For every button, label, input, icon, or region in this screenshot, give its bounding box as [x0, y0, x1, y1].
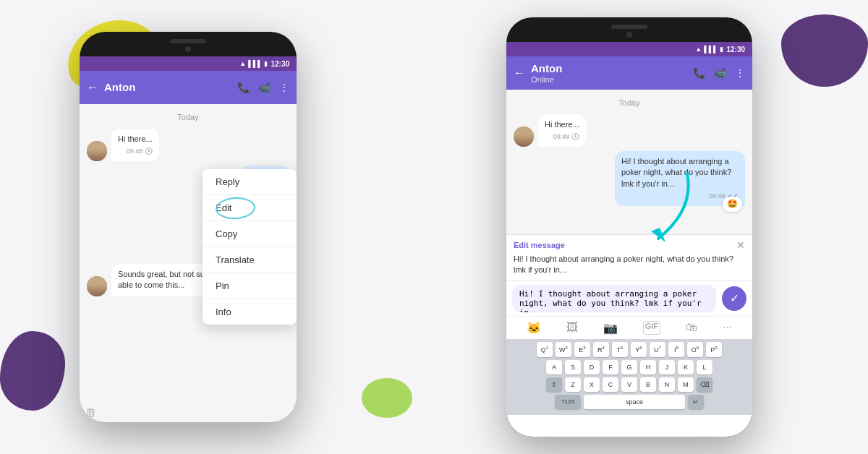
key-c[interactable]: C	[603, 377, 618, 392]
teal-arrow	[629, 166, 702, 253]
key-enter[interactable]: ↵	[688, 395, 704, 409]
front-msg1-time: 09:48 🕓	[545, 132, 579, 142]
back-contact-info: Anton	[104, 81, 237, 94]
key-backspace[interactable]: ⌫	[697, 377, 712, 392]
key-r[interactable]: R4	[593, 342, 609, 357]
front-status-bar: ▲ ▌▌▌ ▮ 12:30	[506, 42, 752, 56]
more-icons[interactable]: ···	[723, 321, 732, 335]
front-bubble-1: Hi there... 09:48 🕓	[538, 114, 586, 147]
key-u[interactable]: U7	[650, 342, 665, 357]
front-avatar-face-1	[514, 127, 534, 147]
front-back-btn[interactable]: ←	[514, 67, 525, 80]
edit-panel-close-btn[interactable]: ✕	[736, 239, 745, 251]
key-j[interactable]: J	[659, 360, 675, 374]
key-space[interactable]: space	[584, 395, 685, 409]
key-f[interactable]: F	[603, 360, 618, 374]
front-contact-name: Anton	[531, 62, 693, 75]
context-menu-edit[interactable]: Edit	[203, 195, 297, 221]
key-t[interactable]: T5	[612, 342, 628, 357]
key-p[interactable]: P0	[706, 342, 722, 357]
bg-blob-purple-right	[781, 14, 868, 87]
front-icon-bar: 🐱 🖼 📷 GIF 🛍 ···	[506, 316, 752, 339]
key-a[interactable]: A	[546, 360, 562, 374]
back-status-bar: ▲ ▌▌▌ ▮ 12:30	[80, 56, 297, 71]
key-b[interactable]: B	[640, 377, 656, 392]
front-wifi-icon: ▲	[695, 46, 702, 53]
phone-speaker-back	[170, 39, 206, 43]
context-menu-info[interactable]: Info	[203, 299, 297, 325]
edit-panel-text: Hi! I thought about arranging a poker ni…	[514, 254, 745, 276]
key-d[interactable]: D	[584, 360, 600, 374]
key-y[interactable]: Y6	[631, 342, 647, 357]
context-menu: Reply Edit Copy Translate Pin Info	[203, 169, 297, 325]
front-date-divider: Today	[514, 98, 745, 107]
front-call-icon[interactable]: 📞	[693, 67, 705, 79]
back-avatar-face-3	[87, 276, 107, 296]
key-q[interactable]: Q1	[537, 342, 553, 357]
phone-camera-front	[626, 32, 632, 38]
delete-icon[interactable]: 🗑	[85, 406, 97, 419]
context-menu-copy[interactable]: Copy	[203, 221, 297, 247]
context-menu-pin[interactable]: Pin	[203, 273, 297, 299]
back-btn[interactable]: ←	[87, 81, 98, 94]
key-numbers[interactable]: ?123	[555, 395, 581, 409]
scene: ▲ ▌▌▌ ▮ 12:30 ← Anton 📞 📹 ⋮	[0, 0, 868, 454]
key-n[interactable]: N	[659, 377, 675, 392]
key-s[interactable]: S	[565, 360, 581, 374]
back-avatar-1	[87, 141, 107, 161]
front-signal-icon: ▌▌▌	[704, 46, 718, 53]
gif-icon[interactable]: GIF	[643, 321, 660, 335]
back-msg-row-1: Hi there... 09:48 🕓	[87, 129, 289, 161]
key-i[interactable]: I8	[668, 342, 684, 357]
key-x[interactable]: X	[584, 377, 600, 392]
back-more-icon[interactable]: ⋮	[279, 82, 289, 93]
front-status-time: 12:30	[726, 46, 745, 53]
key-e[interactable]: E3	[574, 342, 590, 357]
back-phone: ▲ ▌▌▌ ▮ 12:30 ← Anton 📞 📹 ⋮	[80, 32, 297, 422]
kb-row-2: A S D F G H J K L	[508, 360, 751, 374]
bg-blob-green	[362, 378, 412, 418]
back-signal-icons: ▲ ▌▌▌ ▮	[239, 60, 268, 67]
back-contact-name: Anton	[104, 81, 237, 94]
key-m[interactable]: M	[678, 377, 694, 392]
front-keyboard: Q1 W2 E3 R4 T5 Y6 U7 I8 O9 P0 A S D F G	[506, 339, 752, 415]
back-video-icon[interactable]: 📹	[258, 82, 271, 93]
front-contact-info: Anton Online	[531, 62, 693, 84]
front-app-actions: 📞 📹 ⋮	[693, 67, 745, 79]
back-status-time: 12:30	[271, 60, 289, 68]
front-input-field[interactable]: Hi! I thought about arranging a poker ni…	[512, 285, 716, 312]
key-h[interactable]: H	[640, 360, 656, 374]
back-msg1-text: Hi there...	[118, 134, 153, 143]
key-l[interactable]: L	[697, 360, 712, 374]
front-msg1-text: Hi there...	[545, 120, 579, 129]
back-call-icon[interactable]: 📞	[237, 82, 250, 93]
front-send-btn[interactable]: ✓	[722, 286, 746, 311]
key-w[interactable]: W2	[556, 342, 571, 357]
key-shift[interactable]: ⇧	[546, 377, 562, 392]
gallery-icon[interactable]: 🖼	[566, 321, 578, 335]
back-chat-area: Today Hi there... 09:48 🕓	[80, 104, 297, 422]
key-g[interactable]: G	[621, 360, 637, 374]
camera-icon[interactable]: 📷	[603, 321, 618, 335]
kb-row-3: ⇧ Z X C V B N M ⌫	[508, 377, 751, 392]
back-app-actions: 📞 📹 ⋮	[237, 82, 289, 93]
bg-blob-purple-left	[0, 331, 65, 411]
shopping-icon[interactable]: 🛍	[686, 321, 697, 335]
sticker-icon[interactable]: 🐱	[527, 321, 541, 335]
front-app-bar: ← Anton Online 📞 📹 ⋮	[506, 56, 752, 90]
front-avatar-1	[514, 127, 534, 147]
front-video-icon[interactable]: 📹	[714, 67, 726, 79]
key-o[interactable]: O9	[687, 342, 703, 357]
back-signal-icon: ▌▌▌	[248, 60, 262, 67]
back-avatar-face-1	[87, 141, 107, 161]
key-v[interactable]: V	[621, 377, 637, 392]
front-input-bar: Hi! I thought about arranging a poker ni…	[506, 280, 752, 316]
front-battery-icon: ▮	[720, 46, 723, 53]
kb-row-1: Q1 W2 E3 R4 T5 Y6 U7 I8 O9 P0	[508, 342, 751, 357]
context-menu-translate[interactable]: Translate	[203, 247, 297, 273]
key-k[interactable]: K	[678, 360, 694, 374]
front-signal-icons: ▲ ▌▌▌ ▮	[695, 46, 723, 53]
context-menu-reply[interactable]: Reply	[203, 169, 297, 195]
key-z[interactable]: Z	[565, 377, 581, 392]
front-more-icon[interactable]: ⋮	[735, 67, 745, 79]
